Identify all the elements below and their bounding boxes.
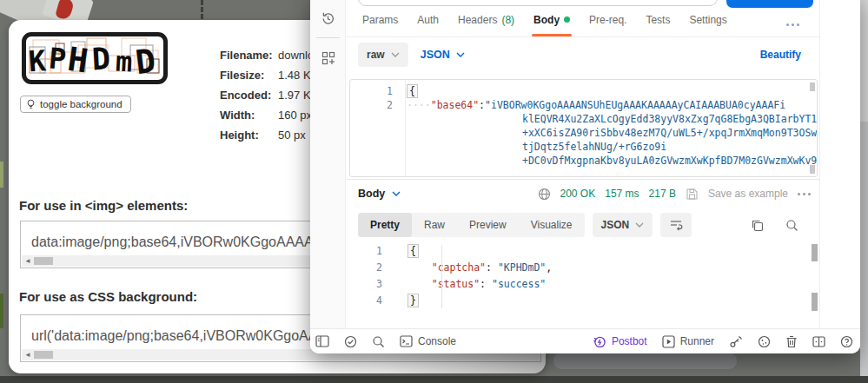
json-line: "status": "success" xyxy=(394,276,546,293)
send-button[interactable] xyxy=(726,0,813,8)
console-button[interactable]: Console xyxy=(400,335,456,347)
scroll-left-arrow-icon[interactable]: ◄ xyxy=(22,349,34,360)
json-line: "captcha": "KPHDmD", xyxy=(394,260,552,276)
scroll-left-arrow-icon[interactable]: ◄ xyxy=(22,255,34,267)
field-label: Filename: xyxy=(220,49,278,62)
scrollbar-thumb[interactable] xyxy=(34,351,53,359)
trash-icon[interactable] xyxy=(785,335,798,348)
sidebar-toggle-icon[interactable] xyxy=(315,335,329,347)
img-data-uri-value[interactable]: data:image/png;base64,iVBORw0KGgoAAAANSU… xyxy=(31,234,350,250)
history-button[interactable] xyxy=(310,11,346,26)
captcha-text: K P H D m D xyxy=(28,40,158,80)
indent-guide xyxy=(441,246,442,308)
field-value: 1.48 K xyxy=(278,69,311,82)
field-value: 50 px xyxy=(278,129,306,142)
css-data-uri-value[interactable]: url('data:image/png;base64,iVBORw0KGgoAA… xyxy=(31,328,355,344)
request-more-menu-icon[interactable] xyxy=(786,23,799,26)
tab-headers[interactable]: Headers (8) xyxy=(458,14,514,36)
globe-icon[interactable] xyxy=(538,188,551,201)
response-meta: 200 OK 157 ms 217 B Save as example xyxy=(538,188,811,201)
background-element xyxy=(553,353,737,369)
view-tab-pretty[interactable]: Pretty xyxy=(358,213,412,237)
split-panes-icon[interactable] xyxy=(812,335,825,348)
chevron-down-icon xyxy=(635,222,644,228)
copy-icon[interactable] xyxy=(751,219,764,232)
background-bottom-band xyxy=(0,376,868,383)
tab-tests[interactable]: Tests xyxy=(646,14,670,36)
headers-count-badge: (8) xyxy=(501,14,514,26)
save-as-example-button[interactable]: Save as example xyxy=(708,188,788,200)
response-language-dropdown[interactable]: JSON xyxy=(593,213,653,237)
wrapped-value-line: +xXC6isZA90riSbbv48ezM7Q/uWL5+/xpqJrmXmq… xyxy=(407,126,808,140)
svg-text:D: D xyxy=(91,41,111,76)
tabs-divider xyxy=(347,36,819,37)
background-window-edge xyxy=(860,0,868,122)
line-number: 4 xyxy=(349,293,394,309)
tab-settings[interactable]: Settings xyxy=(689,14,726,36)
editor-line-numbers: 1 2 xyxy=(350,80,406,176)
chevron-down-icon xyxy=(392,191,401,196)
request-tabs: Params Auth Headers (8) Body Pre-req. Te… xyxy=(362,14,727,36)
field-value: downlo xyxy=(278,49,314,62)
runner-play-icon xyxy=(662,335,675,348)
field-label: Height: xyxy=(220,129,278,142)
scrollbar-thumb[interactable] xyxy=(34,257,53,265)
editor-code[interactable]: { ····"base64":"iVBORw0KGgoAAAANSUhEUgAA… xyxy=(407,84,808,168)
body-modified-dot xyxy=(564,17,570,23)
response-scrollbar-thumb[interactable] xyxy=(812,293,818,311)
postbot-button[interactable]: Postbot xyxy=(593,335,647,348)
search-icon[interactable] xyxy=(785,219,798,232)
editor-scrollbar-thumb[interactable] xyxy=(810,83,815,91)
runner-button[interactable]: Runner xyxy=(662,335,714,348)
request-url-input[interactable] xyxy=(358,0,718,6)
tab-body[interactable]: Body xyxy=(533,14,570,36)
response-body-dropdown[interactable]: Body xyxy=(358,188,401,200)
tab-auth[interactable]: Auth xyxy=(417,14,439,36)
json-value: "iVBORw0KGgoAAAANSUhEUgAAAKAAAAAyCAIAAAB… xyxy=(485,99,785,111)
chevron-down-icon xyxy=(456,52,465,57)
img-usage-heading: For use in <img> elements: xyxy=(19,198,188,213)
help-icon[interactable] xyxy=(840,335,853,348)
svg-text:H: H xyxy=(65,40,90,80)
svg-text:D: D xyxy=(134,42,158,80)
toggle-background-button[interactable]: toggle background xyxy=(20,96,131,113)
status-badge[interactable]: 200 OK xyxy=(560,188,596,200)
tab-params[interactable]: Params xyxy=(362,14,398,36)
view-tab-visualize[interactable]: Visualize xyxy=(519,213,585,237)
request-body-editor[interactable]: 1 2 { ····"base64":"iVBORw0KGgoAAAANSUhE… xyxy=(349,79,818,177)
right-sidebar-pane xyxy=(819,0,860,328)
console-icon xyxy=(400,335,413,347)
response-size[interactable]: 217 B xyxy=(649,188,676,200)
view-tab-preview[interactable]: Preview xyxy=(457,213,519,237)
beautify-link[interactable]: Beautify xyxy=(760,49,801,61)
response-more-menu-icon[interactable] xyxy=(798,193,811,195)
check-circle-icon[interactable] xyxy=(344,335,357,348)
view-tab-raw[interactable]: Raw xyxy=(412,213,457,237)
view-segmented-control: Pretty Raw Preview Visualize xyxy=(358,213,585,237)
blocks-button[interactable] xyxy=(310,51,346,65)
background-sliver xyxy=(0,162,3,188)
svg-text:K: K xyxy=(28,43,48,78)
svg-text:P: P xyxy=(48,41,68,76)
lightbulb-icon xyxy=(26,99,36,110)
editor-scrollbar-thumb[interactable] xyxy=(810,165,815,174)
wrap-text-icon xyxy=(669,219,683,231)
language-dropdown[interactable]: JSON xyxy=(421,49,465,61)
cookie-icon[interactable] xyxy=(758,335,771,348)
status-bar: Console Postbot Runner xyxy=(310,328,860,353)
search-icon[interactable] xyxy=(372,335,385,348)
wrap-lines-button[interactable] xyxy=(660,213,692,237)
body-mode-dropdown[interactable]: raw xyxy=(358,43,408,67)
request-response-divider[interactable] xyxy=(347,179,819,180)
tab-pre-request[interactable]: Pre-req. xyxy=(589,14,626,36)
vault-key-icon[interactable] xyxy=(729,335,743,348)
response-body-viewer[interactable]: 1 { 2 "captcha": "KPHDmD", 3 "status": "… xyxy=(349,243,818,323)
svg-text:m: m xyxy=(115,45,133,79)
close-brace: } xyxy=(407,294,419,307)
response-header: Body 200 OK 157 ms 217 B Save as example xyxy=(358,184,811,203)
open-brace: { xyxy=(407,244,419,258)
wrapped-value-line: klEQVR4Xu2ZaXLcOgyEdd38yyV8xZxg7qG8EbgA3… xyxy=(407,112,808,126)
response-scrollbar-thumb[interactable] xyxy=(812,244,818,261)
line-number: 1 xyxy=(349,243,394,260)
response-time[interactable]: 157 ms xyxy=(605,188,639,200)
